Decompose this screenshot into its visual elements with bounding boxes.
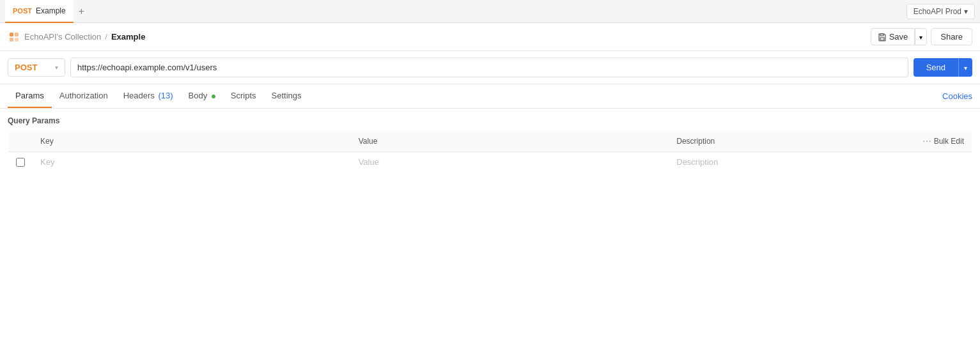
environment-selector[interactable]: EchoAPI Prod ▾ (906, 4, 975, 19)
query-params-title: Query Params (8, 116, 972, 125)
send-chevron-button[interactable]: ▾ (958, 58, 972, 77)
tab-headers[interactable]: Headers (13) (116, 84, 181, 108)
body-dot (212, 95, 215, 98)
tab-params[interactable]: Params (8, 84, 52, 108)
tab-method-label: POST (13, 7, 32, 15)
url-input[interactable] (70, 58, 908, 77)
save-chevron-button[interactable]: ▾ (915, 28, 927, 45)
add-tab-button[interactable]: + (74, 6, 89, 17)
svg-rect-3 (15, 38, 19, 42)
send-button-group: Send ▾ (914, 58, 972, 77)
key-placeholder: Key (40, 157, 54, 167)
table-header-row: Key Value Description ⋯ Bulk Edit (8, 131, 972, 152)
method-selector[interactable]: POST ▾ (8, 58, 65, 77)
header-actions: Save ▾ Share (871, 28, 972, 45)
svg-rect-2 (10, 38, 13, 42)
url-bar: POST ▾ Send ▾ (0, 51, 980, 84)
method-label: POST (15, 63, 37, 72)
tab-body[interactable]: Body (181, 84, 223, 108)
row-actions-cell (908, 152, 972, 173)
tab-bar-right: EchoAPI Prod ▾ (906, 4, 975, 19)
row-key-cell: Key (33, 152, 351, 173)
col-header-key: Key (33, 131, 351, 152)
svg-rect-4 (880, 38, 884, 40)
chevron-down-icon: ▾ (964, 7, 968, 16)
share-button[interactable]: Share (931, 28, 972, 45)
tab-settings[interactable]: Settings (264, 84, 309, 108)
description-placeholder: Description (676, 157, 718, 167)
col-header-value: Value (351, 131, 669, 152)
value-placeholder: Value (359, 157, 379, 167)
collection-icon (8, 31, 20, 43)
header-bar: EchoAPI's Collection / Example Save ▾ Sh… (0, 23, 980, 51)
save-button[interactable]: Save (871, 28, 915, 45)
table-row: Key Value Description (8, 152, 972, 173)
col-header-check (8, 131, 33, 152)
collection-name[interactable]: EchoAPI's Collection (24, 32, 101, 42)
request-tabs: Params Authorization Headers (13) Body S… (0, 84, 980, 109)
send-button[interactable]: Send (914, 58, 958, 77)
row-description-cell: Description (669, 152, 908, 173)
params-table: Key Value Description ⋯ Bulk Edit (8, 130, 972, 173)
svg-rect-1 (15, 33, 19, 36)
breadcrumb: EchoAPI's Collection / Example (8, 31, 145, 43)
col-header-actions: ⋯ Bulk Edit (908, 131, 972, 152)
request-tab-example[interactable]: POST Example (5, 0, 74, 23)
top-tab-bar: POST Example + EchoAPI Prod ▾ (0, 0, 980, 23)
cookies-link[interactable]: Cookies (942, 91, 972, 101)
env-label: EchoAPI Prod (914, 7, 961, 16)
save-button-group: Save ▾ (871, 28, 928, 45)
col-header-description: Description (669, 131, 908, 152)
tab-authorization[interactable]: Authorization (52, 84, 116, 108)
svg-rect-0 (10, 33, 13, 36)
row-checkbox-cell (8, 152, 33, 173)
tab-scripts[interactable]: Scripts (223, 84, 264, 108)
chevron-down-icon: ▾ (919, 34, 922, 41)
row-value-cell: Value (351, 152, 669, 173)
bulk-edit-button[interactable]: ⋯ Bulk Edit (916, 136, 965, 146)
request-name: Example (111, 32, 145, 42)
row-checkbox[interactable] (16, 158, 25, 167)
content-area: Query Params Key Value Description ⋯ Bul… (0, 109, 980, 180)
bulk-edit-icon: ⋯ (922, 136, 931, 146)
save-icon (878, 33, 887, 42)
send-chevron-icon: ▾ (964, 65, 967, 72)
method-chevron-icon: ▾ (55, 64, 58, 71)
tab-name-label: Example (36, 6, 66, 15)
breadcrumb-separator: / (105, 32, 107, 42)
headers-badge: (13) (158, 91, 173, 100)
svg-rect-5 (880, 34, 883, 36)
